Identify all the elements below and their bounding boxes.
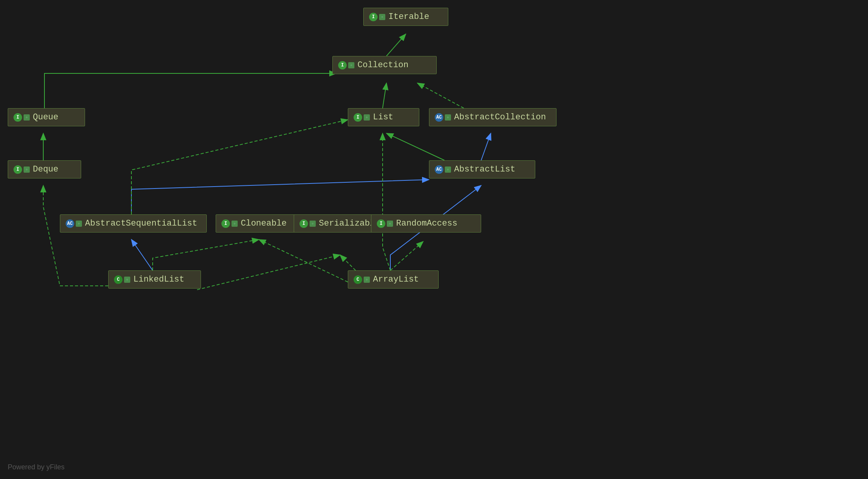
- icon-linkedlist: C: [114, 275, 123, 284]
- subicon-randomaccess: ⬦: [387, 221, 393, 227]
- svg-line-0: [386, 34, 406, 56]
- node-deque[interactable]: I ⬦ Deque: [8, 160, 81, 178]
- subicon-list: ⬦: [364, 114, 370, 121]
- label-abstractsequentiallist: AbstractSequentialList: [85, 219, 197, 228]
- subicon-arraylist: ⬦: [364, 277, 370, 283]
- icon-deque: I: [14, 165, 22, 174]
- node-list[interactable]: I ⬦ List: [348, 108, 419, 126]
- svg-line-4: [481, 133, 491, 160]
- node-cloneable[interactable]: I ⬦ Cloneable: [216, 214, 303, 233]
- subicon-deque: ⬦: [24, 166, 30, 173]
- icon-abstractcollection: AC: [435, 113, 443, 122]
- label-deque: Deque: [33, 165, 58, 174]
- label-randomaccess: RandomAccess: [396, 219, 457, 228]
- icon-arraylist: C: [354, 275, 362, 284]
- icon-serializable: I: [300, 219, 308, 228]
- label-collection: Collection: [357, 60, 408, 70]
- subicon-linkedlist: ⬦: [124, 277, 130, 283]
- icon-abstractlist: AC: [435, 165, 443, 174]
- node-abstractsequentiallist[interactable]: AC ⬦ AbstractSequentialList: [60, 214, 207, 233]
- label-abstractlist: AbstractList: [454, 165, 515, 174]
- subicon-cloneable: ⬦: [231, 221, 238, 227]
- node-collection[interactable]: I ⬦ Collection: [332, 56, 437, 74]
- label-cloneable: Cloneable: [241, 219, 287, 228]
- subicon-collection: ⬦: [348, 62, 354, 68]
- icon-abstractsequentiallist: AC: [66, 219, 74, 228]
- node-randomaccess[interactable]: I ⬦ RandomAccess: [371, 214, 481, 233]
- icon-queue: I: [14, 113, 22, 122]
- label-iterable: Iterable: [388, 12, 429, 22]
- label-arraylist: ArrayList: [373, 275, 419, 284]
- icon-iterable: I: [369, 13, 378, 21]
- icon-cloneable: I: [221, 219, 230, 228]
- subicon-abstractsequentiallist: ⬦: [76, 221, 82, 227]
- svg-line-6: [131, 240, 153, 270]
- subicon-serializable: ⬦: [310, 221, 316, 227]
- subicon-iterable: ⬦: [379, 14, 385, 20]
- diagram-container: I ⬦ Iterable I ⬦ Collection I ⬦ Queue I …: [0, 0, 868, 479]
- node-arraylist[interactable]: C ⬦ ArrayList: [348, 270, 439, 289]
- svg-line-2: [417, 83, 464, 108]
- watermark: Powered by yFiles: [8, 463, 65, 471]
- label-list: List: [373, 112, 393, 122]
- node-abstractcollection[interactable]: AC ⬦ AbstractCollection: [429, 108, 557, 126]
- icon-list: I: [354, 113, 362, 122]
- label-queue: Queue: [33, 112, 58, 122]
- node-iterable[interactable]: I ⬦ Iterable: [363, 8, 448, 26]
- icon-collection: I: [338, 61, 347, 70]
- node-linkedlist[interactable]: C ⬦ LinkedList: [108, 270, 201, 289]
- label-abstractcollection: AbstractCollection: [454, 112, 546, 122]
- subicon-abstractlist: ⬦: [445, 166, 451, 173]
- subicon-abstractcollection: ⬦: [445, 114, 451, 121]
- node-queue[interactable]: I ⬦ Queue: [8, 108, 85, 126]
- node-abstractlist[interactable]: AC ⬦ AbstractList: [429, 160, 535, 178]
- svg-line-5: [386, 133, 444, 160]
- subicon-queue: ⬦: [24, 114, 30, 121]
- label-linkedlist: LinkedList: [133, 275, 184, 284]
- icon-randomaccess: I: [377, 219, 385, 228]
- svg-line-1: [383, 83, 386, 108]
